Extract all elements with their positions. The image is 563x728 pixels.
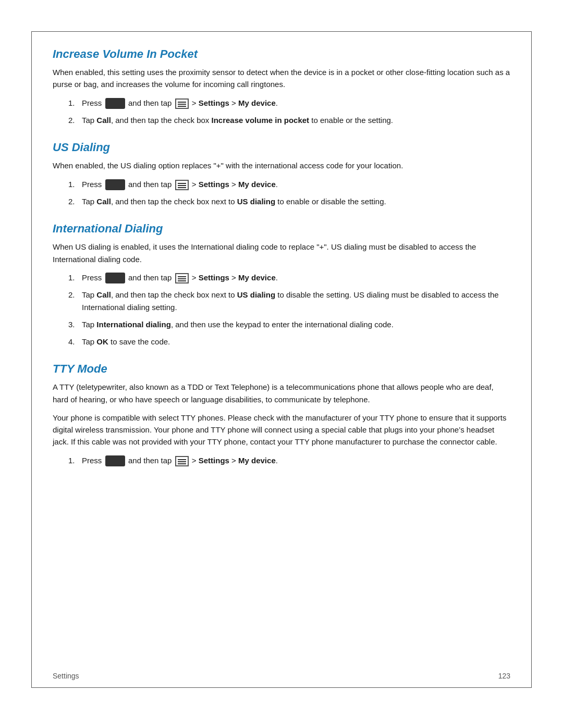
steps-list-international-dialing: 1. Press and then tap > Settings > My de… xyxy=(53,272,510,348)
page: Increase Volume In Pocket When enabled, … xyxy=(0,31,563,728)
step-text: Tap International dialing, and then use … xyxy=(82,318,510,330)
step-number: 2. xyxy=(68,289,79,301)
section-title-us-dialing: US Dialing xyxy=(53,141,510,154)
section-title-increase-volume: Increase Volume In Pocket xyxy=(53,47,510,61)
step-item: 1. Press and then tap > Settings > My de… xyxy=(68,97,510,109)
menu-icon xyxy=(175,98,189,109)
step-number: 2. xyxy=(68,195,79,207)
footer-left: Settings xyxy=(53,672,79,680)
content-area: Increase Volume In Pocket When enabled, … xyxy=(31,31,532,688)
steps-list-tty-mode: 1. Press and then tap > Settings > My de… xyxy=(53,454,510,467)
step-text: Press and then tap > Settings > My devic… xyxy=(82,454,510,467)
step-item: 2. Tap Call, and then tap the check box … xyxy=(68,289,510,313)
step-item: 2. Tap Call, and then tap the check box … xyxy=(68,114,510,126)
section-title-international-dialing: International Dialing xyxy=(53,222,510,236)
home-button xyxy=(105,455,125,466)
step-item: 2. Tap Call, and then tap the check box … xyxy=(68,195,510,207)
step-item: 3. Tap International dialing, and then u… xyxy=(68,318,510,330)
section-us-dialing: US Dialing When enabled, the US dialing … xyxy=(53,141,510,207)
step-number: 1. xyxy=(68,272,79,283)
section-body-increase-volume: When enabled, this setting uses the prox… xyxy=(53,66,510,91)
step-text: Tap OK to save the code. xyxy=(82,336,510,348)
step-item: 1. Press and then tap > Settings > My de… xyxy=(68,178,510,191)
section-body1-tty-mode: A TTY (teletypewriter, also known as a T… xyxy=(53,381,510,405)
steps-list-us-dialing: 1. Press and then tap > Settings > My de… xyxy=(53,178,510,208)
step-text: Press and then tap > Settings > My devic… xyxy=(82,97,510,109)
section-international-dialing: International Dialing When US dialing is… xyxy=(53,222,510,348)
section-body-us-dialing: When enabled, the US dialing option repl… xyxy=(53,159,510,171)
section-increase-volume: Increase Volume In Pocket When enabled, … xyxy=(53,47,510,126)
menu-icon xyxy=(175,273,189,283)
step-text: Tap Call, and then tap the check box nex… xyxy=(82,289,510,313)
step-text: Tap Call, and then tap the check box nex… xyxy=(82,195,510,207)
menu-icon xyxy=(175,180,189,190)
step-item: 1. Press and then tap > Settings > My de… xyxy=(68,454,510,467)
section-tty-mode: TTY Mode A TTY (teletypewriter, also kno… xyxy=(53,362,510,466)
step-text: Press and then tap > Settings > My devic… xyxy=(82,178,510,191)
section-body2-tty-mode: Your phone is compatible with select TTY… xyxy=(53,412,510,448)
home-button xyxy=(105,98,125,109)
menu-icon xyxy=(175,456,189,466)
footer: Settings 123 xyxy=(53,672,510,680)
step-number: 1. xyxy=(68,454,79,466)
step-item: 4. Tap OK to save the code. xyxy=(68,336,510,348)
step-item: 1. Press and then tap > Settings > My de… xyxy=(68,272,510,284)
section-title-tty-mode: TTY Mode xyxy=(53,362,510,376)
step-number: 1. xyxy=(68,97,79,109)
home-button xyxy=(105,179,125,190)
step-text: Tap Call, and then tap the check box Inc… xyxy=(82,114,510,126)
step-number: 2. xyxy=(68,114,79,126)
home-button xyxy=(105,273,125,283)
footer-right: 123 xyxy=(498,672,510,680)
section-body-international-dialing: When US dialing is enabled, it uses the … xyxy=(53,241,510,265)
steps-list-increase-volume: 1. Press and then tap > Settings > My de… xyxy=(53,97,510,127)
step-number: 3. xyxy=(68,318,79,330)
step-number: 4. xyxy=(68,336,79,348)
step-text: Press and then tap > Settings > My devic… xyxy=(82,272,510,284)
step-number: 1. xyxy=(68,178,79,190)
